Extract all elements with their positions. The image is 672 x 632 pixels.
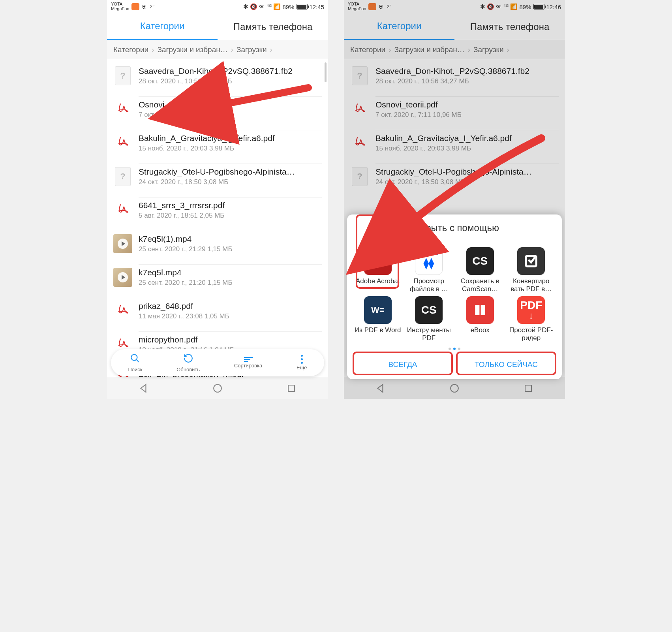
tab-bar: Категории Память телефона [107, 13, 328, 40]
sort-icon [244, 357, 253, 362]
app-label: Adobe Acrobat [356, 277, 400, 293]
file-meta: 5 авг. 2020 г., 18:51 2,05 МБ [139, 212, 322, 220]
app-label: Из PDF в Word [355, 326, 401, 342]
carrier-label: YOTA MegaFon [111, 2, 129, 11]
file-row[interactable]: prikaz_648.pdf11 мая 2020 г., 23:08 1,05… [107, 294, 328, 327]
pdf-icon [353, 134, 366, 152]
crumb-2[interactable]: Загрузки [473, 45, 503, 54]
crumb-1[interactable]: Загрузки и избран… [394, 45, 464, 54]
app-label: Инстру менты PDF [405, 326, 454, 342]
just-once-button[interactable]: ТОЛЬКО СЕЙЧАС [457, 355, 556, 374]
more-icon [301, 355, 303, 364]
app-eboox[interactable]: eBoox [456, 296, 505, 342]
file-row[interactable]: ?Strugackiy_Otel-U-Pogibshego-Alpinista…… [107, 160, 328, 193]
pdf-icon [116, 134, 130, 152]
status-icons: ✱ 🔇 👁 ⁴ᴳ 📶 [480, 3, 518, 10]
file-row[interactable]: ?Saavedra_Don-Kihot._P2vSQ.388671.fb228 … [344, 59, 565, 92]
file-row[interactable]: 6641_srrs_3_rrrsrsr.pdf5 авг. 2020 г., 1… [107, 193, 328, 227]
nav-back[interactable] [138, 382, 150, 394]
refresh-button[interactable]: Обновить [176, 353, 200, 372]
system-nav [344, 377, 565, 399]
unknown-file-icon: ? [352, 66, 368, 85]
file-name: Strugackiy_Otel-U-Pogibshego-Alpinista… [139, 167, 322, 177]
chevron-right-icon: › [389, 45, 391, 54]
svg-rect-4 [288, 385, 295, 391]
svg-point-7 [451, 384, 458, 392]
status-icons: ✱ 🔇 👁 ⁴ᴳ 📶 [243, 3, 281, 10]
page-indicator [351, 345, 558, 355]
svg-point-1 [131, 354, 137, 360]
svg-rect-8 [525, 385, 531, 391]
unknown-file-icon: ? [115, 167, 131, 186]
annotation-arrow [210, 84, 312, 125]
eboox-icon [466, 296, 494, 324]
more-label: Ещё [297, 365, 307, 371]
chevron-right-icon: › [507, 45, 509, 54]
app-adobe-acrobat[interactable]: Adobe Acrobat [353, 247, 402, 293]
search-button[interactable]: Поиск [128, 353, 142, 372]
nav-recent[interactable] [285, 382, 297, 394]
chevron-right-icon: › [270, 45, 272, 54]
tab-categories[interactable]: Категории [107, 13, 218, 40]
pdf-tools-icon: CS [415, 296, 443, 324]
app-label: Конвертиро вать PDF в… [507, 277, 556, 293]
app-dropbox-viewer[interactable]: PDF⧫⧫ Просмотр файлов в … [405, 247, 454, 293]
nav-recent[interactable] [522, 382, 534, 394]
file-row[interactable]: Osnovi_teorii.pdf7 окт. 2020 г., 7:11 10… [344, 92, 565, 126]
app-label: Просмотр файлов в … [405, 277, 454, 293]
crumb-0[interactable]: Категории [113, 45, 148, 54]
pdf-icon [116, 302, 130, 320]
app-badge-icon [368, 3, 376, 10]
chevron-right-icon: › [231, 45, 233, 54]
always-button[interactable]: ВСЕГДА [353, 355, 452, 374]
app-chooser-grid: Adobe Acrobat PDF⧫⧫ Просмотр файлов в … … [351, 240, 558, 345]
more-button[interactable]: Ещё [297, 355, 307, 371]
tab-bar: Категории Память телефона [344, 13, 565, 40]
nav-home[interactable] [212, 382, 223, 394]
app-pdf-to-word[interactable]: W≡ Из PDF в Word [353, 296, 402, 342]
file-row[interactable]: k7eq5l(1).mp425 сент. 2020 г., 21:29 1,1… [107, 227, 328, 260]
app-pdf-converter[interactable]: Конвертиро вать PDF в… [507, 247, 556, 293]
screenshot-left: YOTA MegaFon ⛨ 2° ✱ 🔇 👁 ⁴ᴳ 📶 89% 12:45 К… [107, 0, 328, 399]
app-pdf-tools[interactable]: CS Инстру менты PDF [405, 296, 454, 342]
crumb-1[interactable]: Загрузки и избран… [157, 45, 227, 54]
word-icon: W≡ [364, 296, 392, 324]
pdf-icon [116, 201, 130, 219]
tab-categories[interactable]: Категории [344, 13, 454, 40]
crumb-0[interactable]: Категории [350, 45, 385, 54]
app-badge-icon [131, 3, 139, 10]
battery-percent: 89% [282, 4, 294, 10]
breadcrumb: Категории › Загрузки и избран… › Загрузк… [344, 40, 565, 59]
refresh-label: Обновить [176, 367, 200, 372]
clock: 12:46 [546, 4, 561, 10]
file-row[interactable]: Bakulin_A_Gravitaciya_I_Yefir.a6.pdf15 н… [107, 126, 328, 160]
chevron-right-icon: › [152, 45, 154, 54]
scrollbar[interactable] [325, 62, 327, 82]
pdf-icon [353, 101, 366, 118]
battery-icon [533, 4, 544, 9]
file-meta: 7 окт. 2020 г., 7:11 10,96 МБ [375, 111, 559, 119]
file-name: prikaz_648.pdf [139, 301, 322, 311]
sort-button[interactable]: Сортировка [234, 357, 262, 369]
file-row[interactable]: k7eq5l.mp425 сент. 2020 г., 21:20 1,15 М… [107, 260, 328, 294]
sort-label: Сортировка [234, 363, 262, 369]
app-simple-reader[interactable]: PDF↓ Простой PDF-ридер [507, 296, 556, 342]
chevron-right-icon: › [468, 45, 470, 54]
annotation-arrow [391, 134, 549, 239]
camscanner-icon: CS [466, 247, 494, 275]
tab-storage[interactable]: Память телефона [218, 13, 328, 40]
battery-percent: 89% [519, 4, 531, 10]
nav-back[interactable] [375, 382, 387, 394]
file-meta: 15 нояб. 2020 г., 20:03 3,98 МБ [139, 145, 322, 152]
file-meta: 28 окт. 2020 г., 10:56 34,27 МБ [375, 77, 559, 85]
app-label: Сохранить в CamScan… [456, 277, 505, 293]
tab-storage[interactable]: Память телефона [454, 13, 565, 40]
pdf-icon [116, 101, 130, 118]
file-name: k7eq5l(1).mp4 [139, 234, 322, 244]
crumb-2[interactable]: Загрузки [237, 45, 267, 54]
nav-home[interactable] [449, 382, 460, 394]
temperature: 2° [387, 4, 391, 9]
temperature: 2° [150, 4, 154, 9]
app-camscanner[interactable]: CS Сохранить в CamScan… [456, 247, 505, 293]
screenshot-right: YOTA MegaFon ⛨ 2° ✱ 🔇 👁 ⁴ᴳ 📶 89% 12:46 К… [344, 0, 565, 399]
